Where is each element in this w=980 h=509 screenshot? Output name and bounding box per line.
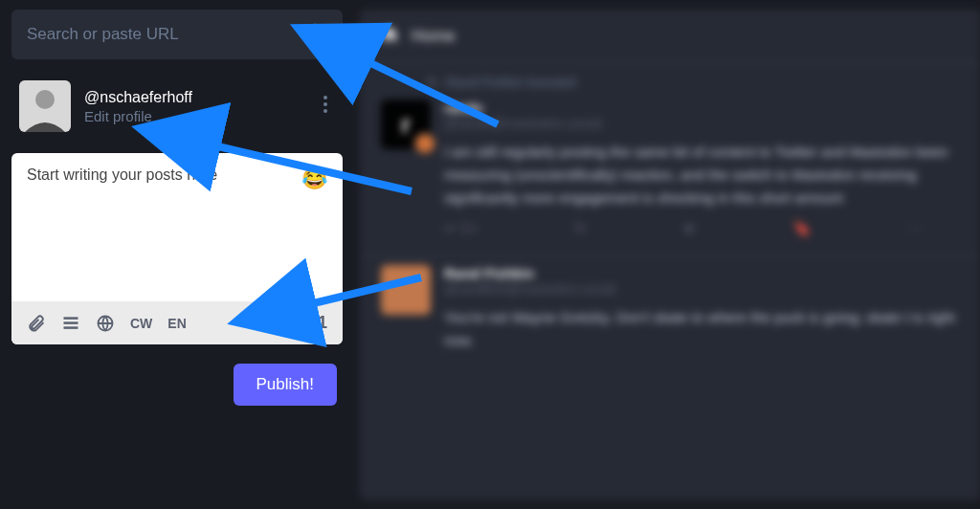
post-avatar[interactable]: r bbox=[381, 100, 431, 149]
home-icon bbox=[381, 25, 398, 47]
compose-textarea[interactable] bbox=[27, 166, 301, 201]
booster-mini-avatar bbox=[413, 132, 436, 155]
boost-action-icon[interactable]: ↻ bbox=[574, 219, 587, 237]
post-content: You're not Wayne Gretzky. Don't skate to… bbox=[444, 306, 959, 352]
svg-point-3 bbox=[35, 90, 55, 109]
search-bar[interactable] bbox=[11, 10, 343, 59]
search-icon[interactable] bbox=[306, 22, 327, 47]
profile-row: @nschaeferhoff Edit profile bbox=[11, 75, 343, 138]
timeline-post[interactable]: Rand Fishkin @randfish@mastodon.social Y… bbox=[360, 255, 980, 369]
timeline-column: Home ↻ Rand Fishkin boosted r rands @ran… bbox=[360, 10, 980, 499]
boost-icon: ↻ bbox=[427, 75, 438, 90]
post-actions: ↩ 1+ ↻ ★ 🔖 ⋯ bbox=[444, 210, 923, 237]
timeline-post[interactable]: r rands @rands@mastodon.social I am stil… bbox=[360, 90, 980, 254]
svg-line-1 bbox=[320, 35, 325, 41]
timeline-header: Home bbox=[360, 10, 980, 63]
edit-profile-link[interactable]: Edit profile bbox=[84, 108, 302, 124]
boost-indicator: ↻ Rand Fishkin boosted bbox=[360, 63, 980, 90]
svg-rect-8 bbox=[64, 321, 78, 324]
post-author-handle: @randfish@mastodon.social bbox=[444, 281, 959, 297]
emoji-picker-icon[interactable]: 😂 bbox=[301, 166, 327, 191]
compose-sidebar: @nschaeferhoff Edit profile 😂 bbox=[0, 0, 354, 509]
svg-point-6 bbox=[323, 109, 327, 113]
timeline-title: Home bbox=[412, 27, 455, 46]
post-author-handle: @rands@mastodon.social bbox=[444, 116, 959, 131]
search-input[interactable] bbox=[27, 25, 306, 44]
compose-top: 😂 bbox=[11, 153, 343, 301]
svg-rect-7 bbox=[64, 317, 78, 320]
favorite-icon[interactable]: ★ bbox=[682, 219, 696, 237]
poll-icon[interactable] bbox=[61, 314, 80, 333]
attachment-icon[interactable] bbox=[27, 314, 46, 333]
reply-icon[interactable]: ↩ 1+ bbox=[444, 219, 479, 237]
kebab-menu-icon[interactable] bbox=[316, 88, 335, 124]
svg-point-4 bbox=[323, 96, 327, 100]
avatar[interactable] bbox=[19, 80, 71, 132]
post-author-name[interactable]: rands bbox=[444, 100, 959, 116]
username: @nschaeferhoff bbox=[84, 89, 302, 106]
profile-text: @nschaeferhoff Edit profile bbox=[84, 89, 302, 124]
post-author-name[interactable]: Rand Fishkin bbox=[444, 265, 959, 281]
character-counter: 471 bbox=[299, 313, 327, 333]
visibility-icon[interactable] bbox=[96, 314, 115, 333]
svg-point-5 bbox=[323, 102, 327, 106]
compose-box: 😂 CW EN 471 bbox=[11, 153, 343, 344]
bookmark-icon[interactable]: 🔖 bbox=[792, 219, 812, 237]
language-button[interactable]: EN bbox=[167, 316, 186, 331]
publish-button[interactable]: Publish! bbox=[234, 364, 337, 406]
post-content: I am still regularly posting the same bi… bbox=[444, 141, 959, 210]
post-avatar[interactable] bbox=[381, 265, 431, 315]
publish-row: Publish! bbox=[11, 360, 343, 409]
content-warning-button[interactable]: CW bbox=[130, 316, 152, 331]
svg-point-0 bbox=[309, 25, 322, 37]
compose-toolbar: CW EN 471 bbox=[11, 301, 343, 344]
boost-text: Rand Fishkin boosted bbox=[446, 75, 575, 90]
more-icon[interactable]: ⋯ bbox=[907, 219, 923, 237]
svg-rect-9 bbox=[64, 326, 78, 329]
